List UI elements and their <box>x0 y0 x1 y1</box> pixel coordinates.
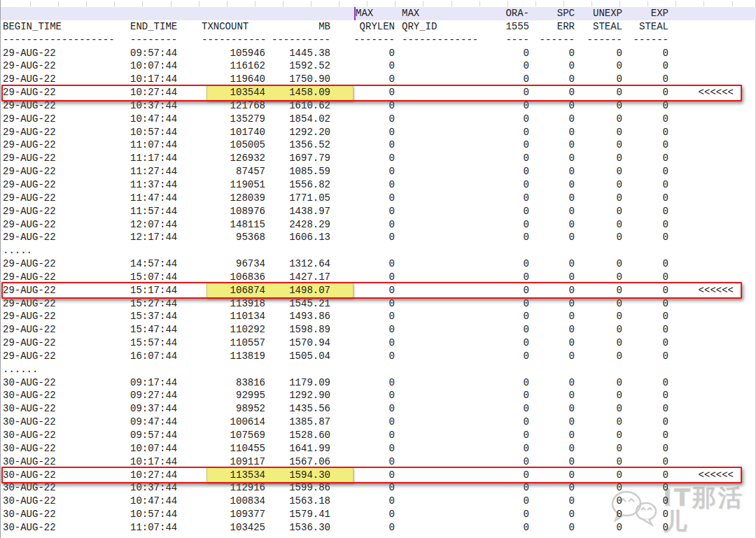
row31-cell-9: 0 <box>623 455 670 469</box>
table-row: 30-AUG-2211:07:441034251536.3000000 <box>1 521 756 535</box>
row12-cell-1: 11:57:44 <box>130 205 202 218</box>
row36-cell-1: 11:07:44 <box>130 521 202 535</box>
header2-cell-4: QRYLEN <box>332 20 396 34</box>
row4-cell-2: 121768 <box>202 99 267 113</box>
table-row: 30-AUG-2209:27:44929951292.9000000 <box>1 389 756 402</box>
row9-cell-7: 0 <box>529 165 576 178</box>
row13-cell-10 <box>670 218 744 232</box>
row32-cell-3: 1594.30 <box>267 469 332 482</box>
row17-cell-6: 0 <box>481 271 529 284</box>
row21-cell-6: 0 <box>481 323 529 337</box>
row4-cell-6: 0 <box>481 99 529 113</box>
row32-cell-2: 113534 <box>202 469 267 482</box>
row14-cell-10 <box>670 231 744 244</box>
row10-cell-8: 0 <box>576 178 623 192</box>
row28-cell-5 <box>396 416 481 429</box>
row26-cell-5 <box>396 389 481 402</box>
table-row: 29-AUG-2212:17:44953681606.1300000 <box>1 231 756 244</box>
row30-cell-10 <box>670 442 744 455</box>
row2-cell-2: 119640 <box>202 73 267 86</box>
row36-cell-7: 0 <box>529 521 576 535</box>
row34-cell-2: 100834 <box>202 495 267 508</box>
row14-cell-6: 0 <box>481 231 529 244</box>
row29-cell-0: 30-AUG-22 <box>1 429 130 442</box>
row14-cell-5 <box>396 231 481 244</box>
row2-cell-1: 10:17:44 <box>130 73 202 86</box>
row23-cell-10 <box>670 350 744 363</box>
header2-cell-1: END_TIME <box>130 20 202 34</box>
row1-cell-3: 1592.52 <box>267 59 332 73</box>
row29-cell-2: 107569 <box>202 429 267 442</box>
row19-cell-1: 15:27:44 <box>130 297 202 311</box>
row4-cell-3: 1610.62 <box>267 99 332 113</box>
row25-cell-1: 09:17:44 <box>130 376 202 390</box>
row4-cell-5 <box>396 99 481 113</box>
row4-cell-10 <box>670 99 744 113</box>
editor-text-area[interactable]: MAXMAXORA-SPCUNEXPEXP BEGIN_TIMEEND_TIME… <box>0 0 756 538</box>
table-row: 30-AUG-2209:17:44838161179.0900000 <box>1 376 756 390</box>
row36-cell-10 <box>670 521 744 535</box>
row11-cell-10 <box>670 192 744 205</box>
row11-cell-5 <box>396 192 481 205</box>
row29-cell-7: 0 <box>529 429 576 442</box>
row31-cell-3: 1567.06 <box>267 455 332 469</box>
table-row: 29-AUG-2211:47:441280391771.0500000 <box>1 192 756 205</box>
row20-cell-2: 110134 <box>202 310 267 323</box>
table-row: 30-AUG-2210:57:441093771579.4100000 <box>1 508 756 521</box>
row25-cell-3: 1179.09 <box>267 376 332 390</box>
row29-cell-5 <box>396 429 481 442</box>
row2-cell-9: 0 <box>623 73 670 86</box>
text-cursor <box>354 7 356 20</box>
row19-cell-2: 113918 <box>202 297 267 311</box>
row18-cell-7: 0 <box>529 284 576 297</box>
table-row: 29-AUG-2210:17:441196401750.9000000 <box>1 73 756 86</box>
row11-cell-0: 29-AUG-22 <box>1 192 130 205</box>
row32-cell-4: 0 <box>332 469 396 482</box>
row6-cell-9: 0 <box>623 126 670 139</box>
row25-cell-10 <box>670 376 744 390</box>
row14-cell-7: 0 <box>529 231 576 244</box>
row22-cell-2: 110557 <box>202 337 267 350</box>
row16-cell-5 <box>396 257 481 271</box>
row30-cell-5 <box>396 442 481 455</box>
row9-cell-9: 0 <box>623 165 670 178</box>
table-row: 29-AUG-2215:47:441102921598.8900000 <box>1 323 756 337</box>
row19-cell-8: 0 <box>576 297 623 311</box>
row20-cell-10 <box>670 310 744 323</box>
row12-cell-8: 0 <box>576 205 623 218</box>
row22-cell-7: 0 <box>529 337 576 350</box>
row23-cell-1: 16:07:44 <box>130 350 202 363</box>
row26-cell-4: 0 <box>332 389 396 402</box>
table-row: 29-AUG-2209:57:441059461445.3800000 <box>1 47 756 60</box>
row24-cell-9 <box>623 363 670 376</box>
row12-cell-9: 0 <box>623 205 670 218</box>
row10-cell-4: 0 <box>332 178 396 192</box>
row24-cell-4 <box>332 363 396 376</box>
row28-cell-2: 100614 <box>202 416 267 429</box>
row34-cell-8: 0 <box>576 495 623 508</box>
row6-cell-7: 0 <box>529 126 576 139</box>
table-row: 30-AUG-2209:57:441075691528.6000000 <box>1 429 756 442</box>
header2-cell-7: ERR <box>529 20 576 34</box>
row2-cell-6: 0 <box>481 73 529 86</box>
header1-cell-4: MAX <box>332 7 396 20</box>
row18-cell-8: 0 <box>576 284 623 297</box>
row22-cell-8: 0 <box>576 337 623 350</box>
table-row: 30-AUG-2209:37:44989521435.5600000 <box>1 402 756 416</box>
row3-cell-2: 103544 <box>202 86 267 99</box>
row5-cell-2: 135279 <box>202 113 267 126</box>
row3-cell-8: 0 <box>576 86 623 99</box>
row5-cell-0: 29-AUG-22 <box>1 113 130 126</box>
row31-cell-6: 0 <box>481 455 529 469</box>
row22-cell-3: 1570.94 <box>267 337 332 350</box>
row20-cell-1: 15:37:44 <box>130 310 202 323</box>
separator-cell-6: ---- <box>481 34 529 47</box>
row7-cell-4: 0 <box>332 139 396 152</box>
header-row-1: MAXMAXORA-SPCUNEXPEXP <box>1 7 756 20</box>
row13-cell-3: 2428.29 <box>267 218 332 232</box>
header2-cell-5: QRY_ID <box>396 20 481 34</box>
row26-cell-9: 0 <box>623 389 670 402</box>
row9-cell-2: 87457 <box>202 165 267 178</box>
row13-cell-0: 29-AUG-22 <box>1 218 130 232</box>
row5-cell-3: 1854.02 <box>267 113 332 126</box>
